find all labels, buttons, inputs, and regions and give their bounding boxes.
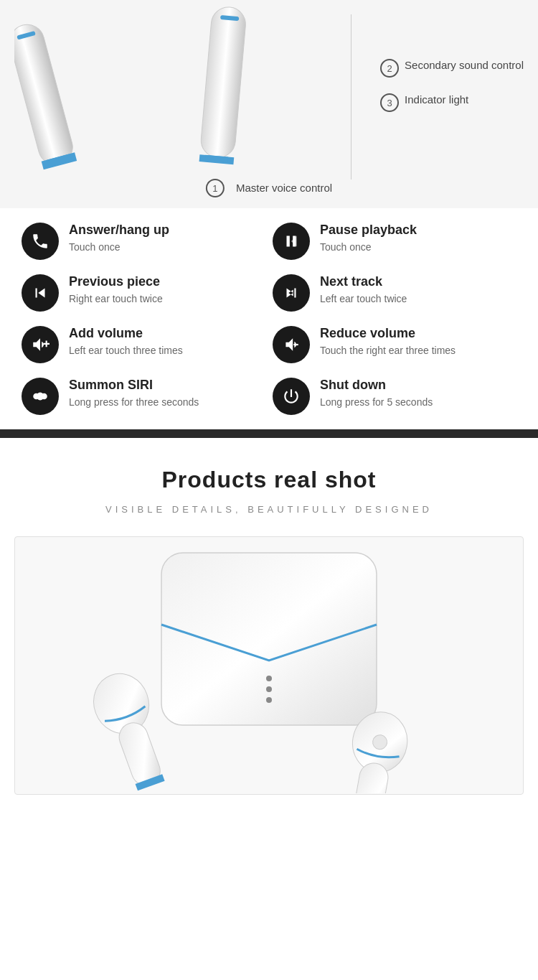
products-subtitle: VISIBLE DETAILS, BEAUTIFULLY DESIGNED <box>14 504 524 515</box>
label-master-text: Master voice control <box>236 180 332 195</box>
previous-desc: Right ear touch twice <box>69 292 265 307</box>
dark-divider <box>0 429 538 438</box>
label-indicator: 3 Indicator light <box>380 92 524 112</box>
control-shutdown: Shut down Long press for 5 seconds <box>273 378 516 415</box>
shutdown-title: Shut down <box>320 378 516 393</box>
earbud-left <box>14 7 79 187</box>
control-pause: Pause playback Touch once <box>273 223 516 260</box>
label-number-1: 1 <box>206 179 225 197</box>
previous-text: Previous piece Right ear touch twice <box>69 274 265 307</box>
next-desc: Left ear touch twice <box>320 292 516 307</box>
label-secondary-sound-text: Secondary sound control <box>405 57 524 73</box>
control-siri: Summon SIRI Long press for three seconds <box>22 378 265 415</box>
add-volume-text: Add volume Left ear touch three times <box>69 326 265 358</box>
answer-text: Answer/hang up Touch once <box>69 223 265 255</box>
svg-rect-4 <box>199 6 247 159</box>
pause-title: Pause playback <box>320 223 516 238</box>
reduce-volume-desc: Touch the right ear three times <box>320 344 516 358</box>
add-volume-desc: Left ear touch three times <box>69 344 265 358</box>
forward-icon <box>273 274 310 312</box>
next-text: Next track Left ear touch twice <box>320 274 516 307</box>
svg-point-13 <box>266 676 272 681</box>
labels-container: 2 Secondary sound control 3 Indicator li… <box>380 57 524 126</box>
control-next: Next track Left ear touch twice <box>273 274 516 312</box>
controls-grid: Answer/hang up Touch once Pause playback… <box>22 223 516 415</box>
svg-point-11 <box>41 393 47 400</box>
control-reduce-volume: Reduce volume Touch the right ear three … <box>273 326 516 363</box>
shutdown-text: Shut down Long press for 5 seconds <box>320 378 516 410</box>
controls-section: Answer/hang up Touch once Pause playback… <box>0 208 538 429</box>
shutdown-desc: Long press for 5 seconds <box>320 396 516 410</box>
control-answer: Answer/hang up Touch once <box>22 223 265 260</box>
answer-desc: Touch once <box>69 241 265 255</box>
control-add-volume: Add volume Left ear touch three times <box>22 326 265 363</box>
siri-icon <box>22 378 59 415</box>
bottom-label-master: 1 Master voice control <box>206 177 332 197</box>
product-svg <box>18 538 520 793</box>
svg-point-14 <box>266 686 272 692</box>
svg-rect-0 <box>14 21 77 169</box>
separator-line <box>351 14 351 179</box>
siri-desc: Long press for three seconds <box>69 396 265 410</box>
products-section: Products real shot VISIBLE DETAILS, BEAU… <box>0 438 538 795</box>
previous-title: Previous piece <box>69 274 265 289</box>
label-indicator-text: Indicator light <box>405 92 468 107</box>
earbud-right <box>194 0 258 194</box>
next-title: Next track <box>320 274 516 289</box>
reduce-volume-title: Reduce volume <box>320 326 516 341</box>
answer-title: Answer/hang up <box>69 223 265 238</box>
product-photo <box>14 536 524 795</box>
volume-down-icon <box>273 326 310 363</box>
siri-text: Summon SIRI Long press for three seconds <box>69 378 265 410</box>
label-number-3: 3 <box>380 93 399 112</box>
power-icon <box>273 378 310 415</box>
svg-rect-8 <box>293 344 298 345</box>
siri-title: Summon SIRI <box>69 378 265 393</box>
pause-text: Pause playback Touch once <box>320 223 516 255</box>
label-number-2: 2 <box>380 59 399 78</box>
svg-point-10 <box>33 393 39 400</box>
rewind-icon <box>22 274 59 312</box>
label-secondary-sound: 2 Secondary sound control <box>380 57 524 78</box>
reduce-volume-text: Reduce volume Touch the right ear three … <box>320 326 516 358</box>
svg-point-15 <box>266 697 272 703</box>
top-section: 2 Secondary sound control 3 Indicator li… <box>0 0 538 208</box>
pause-desc: Touch once <box>320 241 516 255</box>
volume-up-icon <box>22 326 59 363</box>
add-volume-title: Add volume <box>69 326 265 341</box>
pause-icon <box>273 223 310 260</box>
phone-icon <box>22 223 59 260</box>
products-title: Products real shot <box>14 467 524 493</box>
control-previous: Previous piece Right ear touch twice <box>22 274 265 312</box>
